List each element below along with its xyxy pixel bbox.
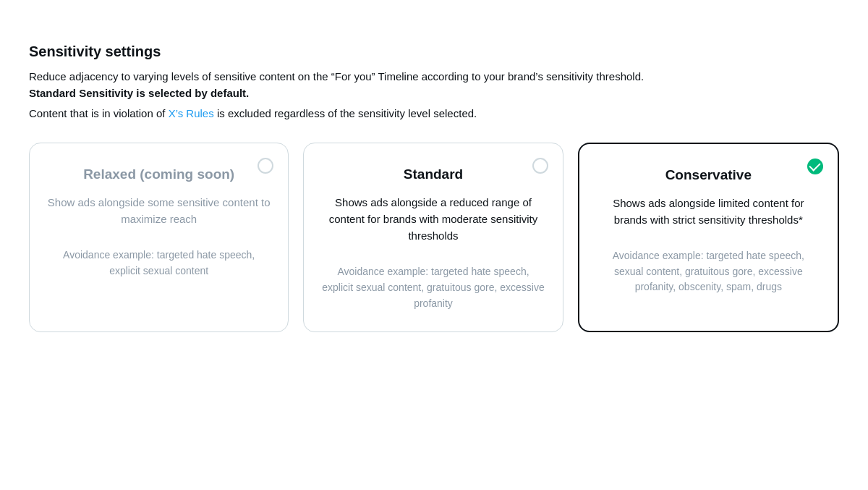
note-suffix: is excluded regardless of the sensitivit… bbox=[214, 107, 477, 119]
conservative-main-desc: Shows ads alongside limited content for … bbox=[597, 195, 820, 229]
section-note: Content that is in violation of X’s Rule… bbox=[29, 106, 839, 122]
conservative-title: Conservative bbox=[665, 167, 752, 183]
standard-radio[interactable] bbox=[532, 158, 548, 174]
settings-container: Sensitivity settings Reduce adjacency to… bbox=[29, 43, 839, 332]
standard-title: Standard bbox=[404, 166, 463, 182]
description-text: Reduce adjacency to varying levels of se… bbox=[29, 70, 644, 83]
relaxed-avoidance: Avoidance example: targeted hate speech,… bbox=[47, 248, 271, 279]
conservative-card[interactable]: Conservative Shows ads alongside limited… bbox=[578, 143, 839, 333]
note-prefix: Content that is in violation of bbox=[29, 107, 169, 119]
cards-container: Relaxed (coming soon) Show ads alongside… bbox=[29, 143, 839, 333]
relaxed-title: Relaxed (coming soon) bbox=[83, 166, 234, 182]
standard-card[interactable]: Standard Shows ads alongside a reduced r… bbox=[303, 143, 563, 333]
relaxed-radio[interactable] bbox=[258, 158, 273, 174]
relaxed-main-desc: Show ads alongside some sensitive conten… bbox=[47, 194, 271, 228]
standard-main-desc: Shows ads alongside a reduced range of c… bbox=[321, 194, 545, 245]
section-description: Reduce adjacency to varying levels of se… bbox=[29, 69, 839, 101]
relaxed-card[interactable]: Relaxed (coming soon) Show ads alongside… bbox=[29, 143, 289, 333]
x-rules-link[interactable]: X’s Rules bbox=[169, 107, 214, 119]
conservative-avoidance: Avoidance example: targeted hate speech,… bbox=[597, 248, 820, 295]
page-title: Sensitivity settings bbox=[29, 43, 839, 60]
conservative-radio[interactable] bbox=[807, 159, 823, 174]
description-bold: Standard Sensitivity is selected by defa… bbox=[29, 87, 249, 99]
standard-avoidance: Avoidance example: targeted hate speech,… bbox=[321, 264, 545, 311]
